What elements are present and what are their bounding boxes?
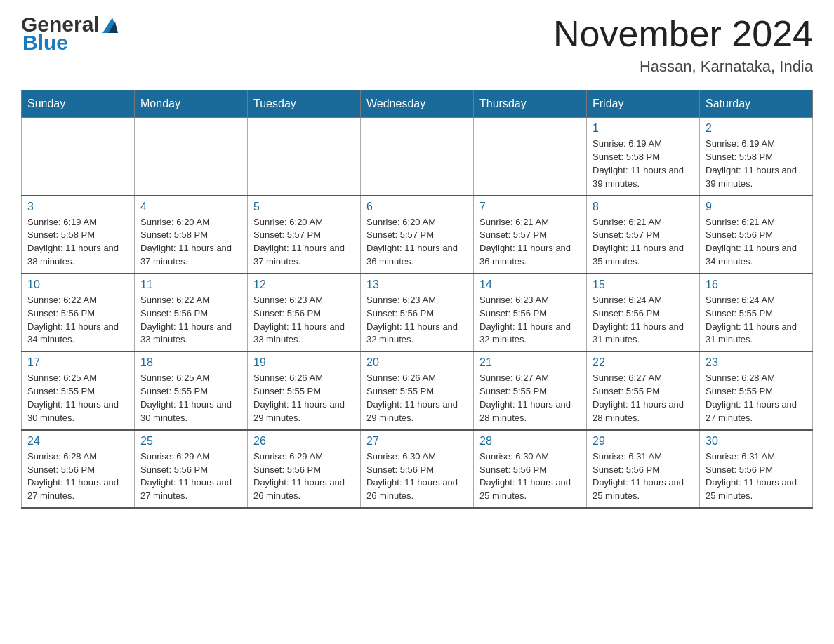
day-info: Sunrise: 6:22 AMSunset: 5:56 PMDaylight:… — [27, 294, 128, 347]
day-number: 24 — [27, 435, 128, 448]
calendar-day-cell: 18Sunrise: 6:25 AMSunset: 5:55 PMDayligh… — [135, 351, 248, 429]
day-number: 10 — [27, 279, 128, 291]
day-info: Sunrise: 6:23 AMSunset: 5:56 PMDaylight:… — [253, 294, 355, 347]
day-info: Sunrise: 6:19 AMSunset: 5:58 PMDaylight:… — [593, 137, 694, 190]
calendar-day-cell: 13Sunrise: 6:23 AMSunset: 5:56 PMDayligh… — [361, 274, 474, 351]
calendar-week-row: 17Sunrise: 6:25 AMSunset: 5:55 PMDayligh… — [22, 351, 813, 429]
day-info: Sunrise: 6:31 AMSunset: 5:56 PMDaylight:… — [706, 450, 807, 503]
calendar-day-cell: 17Sunrise: 6:25 AMSunset: 5:55 PMDayligh… — [22, 351, 135, 429]
calendar-day-cell: 21Sunrise: 6:27 AMSunset: 5:55 PMDayligh… — [474, 351, 587, 429]
day-number: 14 — [479, 279, 581, 291]
calendar-day-cell: 8Sunrise: 6:21 AMSunset: 5:57 PMDaylight… — [587, 196, 700, 274]
day-of-week-header: Monday — [135, 90, 248, 118]
day-number: 26 — [253, 435, 355, 448]
calendar-day-cell: 9Sunrise: 6:21 AMSunset: 5:56 PMDaylight… — [700, 196, 813, 274]
day-info: Sunrise: 6:20 AMSunset: 5:58 PMDaylight:… — [140, 216, 241, 269]
day-of-week-header: Wednesday — [361, 90, 474, 118]
calendar-day-cell: 6Sunrise: 6:20 AMSunset: 5:57 PMDaylight… — [361, 196, 474, 274]
day-info: Sunrise: 6:24 AMSunset: 5:56 PMDaylight:… — [593, 294, 694, 347]
calendar-day-cell: 10Sunrise: 6:22 AMSunset: 5:56 PMDayligh… — [22, 274, 135, 351]
day-number: 18 — [140, 356, 241, 369]
day-number: 19 — [253, 356, 355, 369]
calendar-day-cell: 24Sunrise: 6:28 AMSunset: 5:56 PMDayligh… — [22, 430, 135, 508]
day-number: 25 — [140, 435, 241, 448]
location-subtitle: Hassan, Karnataka, India — [553, 58, 813, 76]
day-info: Sunrise: 6:27 AMSunset: 5:55 PMDaylight:… — [593, 372, 694, 424]
day-info: Sunrise: 6:30 AMSunset: 5:56 PMDaylight:… — [479, 450, 581, 503]
day-info: Sunrise: 6:21 AMSunset: 5:57 PMDaylight:… — [479, 216, 581, 269]
calendar-day-cell: 20Sunrise: 6:26 AMSunset: 5:55 PMDayligh… — [361, 351, 474, 429]
calendar-day-cell: 28Sunrise: 6:30 AMSunset: 5:56 PMDayligh… — [474, 430, 587, 508]
day-number: 11 — [140, 279, 241, 291]
calendar-day-cell — [22, 118, 135, 196]
day-info: Sunrise: 6:23 AMSunset: 5:56 PMDaylight:… — [479, 294, 581, 347]
calendar-day-cell: 27Sunrise: 6:30 AMSunset: 5:56 PMDayligh… — [361, 430, 474, 508]
day-of-week-header: Friday — [587, 90, 700, 118]
day-info: Sunrise: 6:19 AMSunset: 5:58 PMDaylight:… — [27, 216, 128, 269]
logo: General Blue — [21, 14, 118, 55]
calendar-day-cell: 15Sunrise: 6:24 AMSunset: 5:56 PMDayligh… — [587, 274, 700, 351]
day-info: Sunrise: 6:24 AMSunset: 5:55 PMDaylight:… — [706, 294, 807, 347]
calendar-header-row: SundayMondayTuesdayWednesdayThursdayFrid… — [22, 90, 813, 118]
day-number: 27 — [366, 435, 468, 448]
day-info: Sunrise: 6:25 AMSunset: 5:55 PMDaylight:… — [140, 372, 241, 424]
day-info: Sunrise: 6:27 AMSunset: 5:55 PMDaylight:… — [479, 372, 581, 424]
page-header: General Blue November 2024 Hassan, Karna… — [21, 14, 813, 76]
calendar-day-cell: 2Sunrise: 6:19 AMSunset: 5:58 PMDaylight… — [700, 118, 813, 196]
day-number: 28 — [479, 435, 581, 448]
day-of-week-header: Tuesday — [248, 90, 361, 118]
day-of-week-header: Sunday — [22, 90, 135, 118]
day-number: 20 — [366, 356, 468, 369]
calendar-day-cell: 23Sunrise: 6:28 AMSunset: 5:55 PMDayligh… — [700, 351, 813, 429]
calendar-day-cell: 25Sunrise: 6:29 AMSunset: 5:56 PMDayligh… — [135, 430, 248, 508]
calendar-week-row: 3Sunrise: 6:19 AMSunset: 5:58 PMDaylight… — [22, 196, 813, 274]
calendar-day-cell: 30Sunrise: 6:31 AMSunset: 5:56 PMDayligh… — [700, 430, 813, 508]
day-number: 9 — [706, 201, 807, 213]
day-number: 17 — [27, 356, 128, 369]
day-number: 6 — [366, 201, 468, 213]
calendar-day-cell: 11Sunrise: 6:22 AMSunset: 5:56 PMDayligh… — [135, 274, 248, 351]
calendar-week-row: 10Sunrise: 6:22 AMSunset: 5:56 PMDayligh… — [22, 274, 813, 351]
day-info: Sunrise: 6:19 AMSunset: 5:58 PMDaylight:… — [706, 137, 807, 190]
day-number: 5 — [253, 201, 355, 213]
day-number: 29 — [593, 435, 694, 448]
calendar-day-cell: 12Sunrise: 6:23 AMSunset: 5:56 PMDayligh… — [248, 274, 361, 351]
day-number: 8 — [593, 201, 694, 213]
calendar-day-cell: 29Sunrise: 6:31 AMSunset: 5:56 PMDayligh… — [587, 430, 700, 508]
day-number: 1 — [593, 122, 694, 135]
day-number: 12 — [253, 279, 355, 291]
day-number: 23 — [706, 356, 807, 369]
day-info: Sunrise: 6:30 AMSunset: 5:56 PMDaylight:… — [366, 450, 468, 503]
day-of-week-header: Saturday — [700, 90, 813, 118]
calendar-week-row: 24Sunrise: 6:28 AMSunset: 5:56 PMDayligh… — [22, 430, 813, 508]
calendar-day-cell: 5Sunrise: 6:20 AMSunset: 5:57 PMDaylight… — [248, 196, 361, 274]
day-info: Sunrise: 6:28 AMSunset: 5:55 PMDaylight:… — [706, 372, 807, 424]
day-info: Sunrise: 6:29 AMSunset: 5:56 PMDaylight:… — [140, 450, 241, 503]
calendar-day-cell: 26Sunrise: 6:29 AMSunset: 5:56 PMDayligh… — [248, 430, 361, 508]
day-number: 3 — [27, 201, 128, 213]
day-info: Sunrise: 6:20 AMSunset: 5:57 PMDaylight:… — [366, 216, 468, 269]
day-info: Sunrise: 6:28 AMSunset: 5:56 PMDaylight:… — [27, 450, 128, 503]
calendar-day-cell: 3Sunrise: 6:19 AMSunset: 5:58 PMDaylight… — [22, 196, 135, 274]
day-info: Sunrise: 6:26 AMSunset: 5:55 PMDaylight:… — [366, 372, 468, 424]
calendar-day-cell: 4Sunrise: 6:20 AMSunset: 5:58 PMDaylight… — [135, 196, 248, 274]
calendar-day-cell — [248, 118, 361, 196]
day-info: Sunrise: 6:31 AMSunset: 5:56 PMDaylight:… — [593, 450, 694, 503]
day-number: 21 — [479, 356, 581, 369]
calendar-day-cell: 7Sunrise: 6:21 AMSunset: 5:57 PMDaylight… — [474, 196, 587, 274]
day-info: Sunrise: 6:20 AMSunset: 5:57 PMDaylight:… — [253, 216, 355, 269]
calendar-week-row: 1Sunrise: 6:19 AMSunset: 5:58 PMDaylight… — [22, 118, 813, 196]
calendar-day-cell: 1Sunrise: 6:19 AMSunset: 5:58 PMDaylight… — [587, 118, 700, 196]
day-number: 30 — [706, 435, 807, 448]
day-info: Sunrise: 6:21 AMSunset: 5:57 PMDaylight:… — [593, 216, 694, 269]
day-number: 13 — [366, 279, 468, 291]
logo-blue-text: Blue — [21, 31, 118, 55]
day-number: 2 — [706, 122, 807, 135]
day-info: Sunrise: 6:23 AMSunset: 5:56 PMDaylight:… — [366, 294, 468, 347]
day-info: Sunrise: 6:25 AMSunset: 5:55 PMDaylight:… — [27, 372, 128, 424]
day-info: Sunrise: 6:29 AMSunset: 5:56 PMDaylight:… — [253, 450, 355, 503]
day-number: 4 — [140, 201, 241, 213]
title-area: November 2024 Hassan, Karnataka, India — [553, 14, 813, 76]
calendar-table: SundayMondayTuesdayWednesdayThursdayFrid… — [21, 90, 813, 509]
day-number: 16 — [706, 279, 807, 291]
